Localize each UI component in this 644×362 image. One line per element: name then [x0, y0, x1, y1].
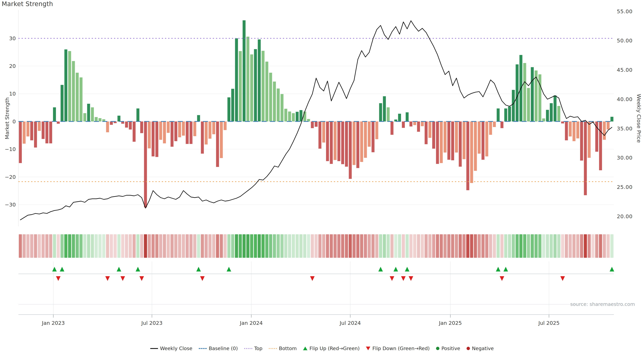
strength-bar — [516, 64, 519, 121]
strength-bar — [265, 62, 268, 121]
legend-label: Baseline (0) — [209, 346, 238, 351]
heatmap-cell — [118, 234, 120, 258]
heatmap-cell — [80, 234, 83, 258]
strength-bar — [482, 121, 484, 160]
heatmap-cell — [155, 234, 158, 258]
heatmap-cell — [334, 234, 337, 258]
heatmap-cell — [352, 234, 356, 258]
right-axis-tick-label: 35.00 — [617, 125, 632, 132]
flip-down-marker — [401, 276, 406, 281]
heatmap-cell — [34, 234, 37, 258]
heatmap-cell — [527, 234, 530, 258]
heatmap-cell — [193, 234, 196, 258]
source-note: source: sharemaestro.com — [570, 301, 635, 307]
heatmap-cell — [534, 234, 538, 258]
heatmap-cell — [398, 234, 401, 258]
heatmap-cell — [326, 234, 329, 258]
heatmap-cell — [512, 234, 515, 258]
flip-up-marker — [405, 267, 410, 272]
flip-up-marker — [196, 267, 201, 272]
flip-up-marker — [496, 267, 500, 272]
legend-label: Top — [254, 346, 262, 351]
heatmap-cell — [482, 234, 485, 258]
heatmap-cell — [606, 234, 610, 258]
strength-bar — [341, 121, 344, 164]
heatmap-cell — [428, 234, 432, 258]
heatmap-cell — [250, 234, 253, 258]
heatmap-cell — [216, 234, 219, 258]
legend-item-baseline-0: Baseline (0) — [199, 346, 238, 351]
strength-bar — [379, 103, 382, 121]
strength-bar — [159, 121, 162, 140]
legend-item-top: Top — [244, 346, 262, 351]
heatmap-cell — [288, 234, 291, 258]
strength-bar — [80, 77, 82, 121]
strength-bar — [451, 121, 454, 160]
strength-bar — [220, 121, 223, 158]
strength-bar — [68, 51, 71, 121]
heatmap-cell — [132, 234, 136, 258]
heatmap-cell — [94, 234, 98, 258]
strength-bar — [383, 96, 386, 121]
date-tick-label: Jan 2024 — [240, 320, 263, 326]
heatmap-cell — [368, 234, 371, 258]
date-tick-label: Jan 2023 — [42, 320, 65, 326]
heatmap-cell — [379, 234, 382, 258]
heatmap-cell — [125, 234, 128, 258]
heatmap-cell — [550, 234, 553, 258]
strength-bar — [576, 121, 579, 138]
heatmap-cell — [569, 234, 572, 258]
left-axis-tick-label: −30 — [5, 202, 16, 208]
heatmap-cell — [292, 234, 295, 258]
strength-bar — [197, 115, 200, 121]
strength-bar — [448, 121, 450, 160]
strength-bar — [224, 121, 227, 130]
flip-down-marker — [56, 276, 60, 281]
heatmap-cell — [504, 234, 507, 258]
strength-bar — [527, 88, 530, 121]
heatmap-cell — [386, 234, 390, 258]
heatmap-cell — [554, 234, 556, 258]
heatmap-cell — [148, 234, 151, 258]
left-axis-tick-label: 20 — [9, 63, 16, 69]
flip-down-marker — [390, 276, 394, 281]
strength-bar — [76, 73, 79, 121]
strength-bar — [478, 121, 481, 154]
left-axis-tick-label: 30 — [9, 35, 16, 41]
flip-up-marker — [378, 267, 383, 272]
heatmap-cell — [307, 234, 310, 258]
strength-bar — [360, 121, 363, 162]
strength-bar — [34, 121, 37, 147]
heatmap-cell — [410, 234, 412, 258]
strength-bar — [523, 63, 526, 121]
heatmap-cell — [424, 234, 428, 258]
strength-bar — [144, 121, 147, 207]
heatmap-cell — [337, 234, 340, 258]
strength-bar — [23, 121, 26, 144]
right-axis-tick-label: 50.00 — [617, 37, 632, 43]
heatmap-cell — [208, 234, 212, 258]
heatmap-cell — [500, 234, 504, 258]
heatmap-cell — [265, 234, 268, 258]
heatmap-cell — [455, 234, 458, 258]
strength-bar — [156, 121, 158, 157]
heatmap-cell — [76, 234, 79, 258]
strength-bar — [356, 121, 360, 168]
strength-bar — [603, 121, 606, 140]
heatmap-cell — [98, 234, 102, 258]
heatmap-cell — [186, 234, 189, 258]
strength-bar — [30, 121, 33, 140]
heatmap-cell — [87, 234, 90, 258]
strength-bar — [243, 20, 246, 121]
heatmap-cell — [318, 234, 322, 258]
date-tick-label: Jul 2023 — [141, 320, 162, 326]
heatmap-cell — [201, 234, 204, 258]
strength-bar — [152, 121, 155, 156]
dotted-line-icon — [269, 348, 277, 349]
heatmap-cell — [576, 234, 580, 258]
heatmap-cell — [167, 234, 170, 258]
heatmap-cell — [42, 234, 45, 258]
heatmap-cell — [591, 234, 594, 258]
right-axis-tick-label: 55.00 — [617, 8, 632, 14]
heatmap-cell — [231, 234, 234, 258]
